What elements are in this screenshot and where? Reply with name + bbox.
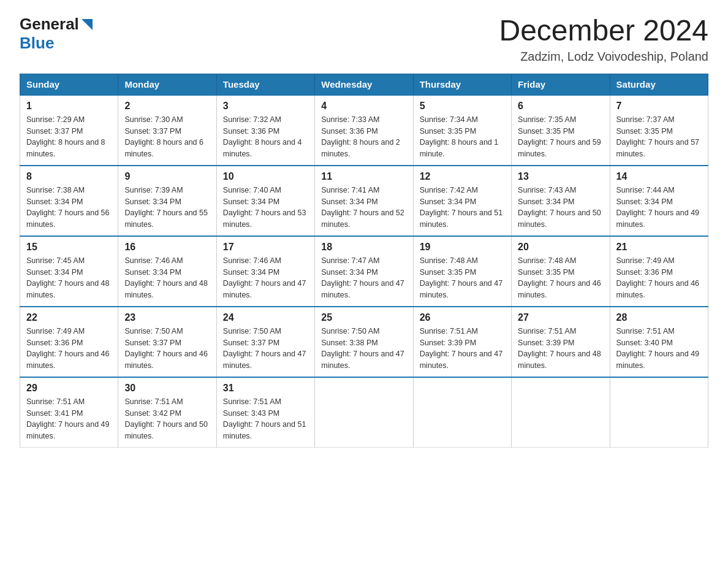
day-cell: 29Sunrise: 7:51 AMSunset: 3:41 PMDayligh… <box>20 377 118 448</box>
day-cell: 9Sunrise: 7:39 AMSunset: 3:34 PMDaylight… <box>118 166 216 236</box>
day-info: Sunrise: 7:37 AMSunset: 3:35 PMDaylight:… <box>616 114 702 160</box>
header-row: SundayMondayTuesdayWednesdayThursdayFrid… <box>20 74 708 95</box>
day-info: Sunrise: 7:51 AMSunset: 3:39 PMDaylight:… <box>420 326 505 372</box>
day-number: 16 <box>124 242 210 253</box>
day-info: Sunrise: 7:33 AMSunset: 3:36 PMDaylight:… <box>321 114 406 160</box>
day-number: 4 <box>321 101 406 112</box>
day-cell: 13Sunrise: 7:43 AMSunset: 3:34 PMDayligh… <box>512 166 610 236</box>
day-info: Sunrise: 7:39 AMSunset: 3:34 PMDaylight:… <box>124 185 210 231</box>
day-number: 29 <box>26 383 112 394</box>
month-title: December 2024 <box>499 15 708 47</box>
day-number: 26 <box>420 312 505 323</box>
day-cell <box>610 377 708 448</box>
day-info: Sunrise: 7:30 AMSunset: 3:37 PMDaylight:… <box>124 114 210 160</box>
day-number: 31 <box>223 383 308 394</box>
day-info: Sunrise: 7:50 AMSunset: 3:37 PMDaylight:… <box>124 326 210 372</box>
day-number: 19 <box>420 242 505 253</box>
day-info: Sunrise: 7:51 AMSunset: 3:41 PMDaylight:… <box>26 396 112 442</box>
day-cell: 22Sunrise: 7:49 AMSunset: 3:36 PMDayligh… <box>20 307 118 377</box>
week-row-1: 1Sunrise: 7:29 AMSunset: 3:37 PMDaylight… <box>20 95 708 166</box>
day-cell: 11Sunrise: 7:41 AMSunset: 3:34 PMDayligh… <box>315 166 413 236</box>
day-cell: 6Sunrise: 7:35 AMSunset: 3:35 PMDaylight… <box>512 95 610 166</box>
day-info: Sunrise: 7:50 AMSunset: 3:37 PMDaylight:… <box>223 326 308 372</box>
day-number: 17 <box>223 242 308 253</box>
day-cell <box>512 377 610 448</box>
logo: General Blue <box>20 15 94 53</box>
week-row-2: 8Sunrise: 7:38 AMSunset: 3:34 PMDaylight… <box>20 166 708 236</box>
day-info: Sunrise: 7:51 AMSunset: 3:43 PMDaylight:… <box>223 396 308 442</box>
day-number: 12 <box>420 171 505 182</box>
day-number: 18 <box>321 242 406 253</box>
day-number: 20 <box>518 242 603 253</box>
day-info: Sunrise: 7:41 AMSunset: 3:34 PMDaylight:… <box>321 185 406 231</box>
day-info: Sunrise: 7:43 AMSunset: 3:34 PMDaylight:… <box>518 185 603 231</box>
day-info: Sunrise: 7:51 AMSunset: 3:42 PMDaylight:… <box>124 396 210 442</box>
logo-text-blue: Blue <box>20 34 54 52</box>
calendar-body: 1Sunrise: 7:29 AMSunset: 3:37 PMDaylight… <box>20 95 708 448</box>
day-cell: 27Sunrise: 7:51 AMSunset: 3:39 PMDayligh… <box>512 307 610 377</box>
day-number: 21 <box>616 242 702 253</box>
day-cell: 5Sunrise: 7:34 AMSunset: 3:35 PMDaylight… <box>413 95 511 166</box>
header-cell-monday: Monday <box>118 74 216 95</box>
day-info: Sunrise: 7:45 AMSunset: 3:34 PMDaylight:… <box>26 255 112 301</box>
day-cell: 31Sunrise: 7:51 AMSunset: 3:43 PMDayligh… <box>216 377 314 448</box>
day-cell: 1Sunrise: 7:29 AMSunset: 3:37 PMDaylight… <box>20 95 118 166</box>
day-cell: 14Sunrise: 7:44 AMSunset: 3:34 PMDayligh… <box>610 166 708 236</box>
day-cell: 12Sunrise: 7:42 AMSunset: 3:34 PMDayligh… <box>413 166 511 236</box>
day-cell <box>413 377 511 448</box>
day-cell: 24Sunrise: 7:50 AMSunset: 3:37 PMDayligh… <box>216 307 314 377</box>
day-info: Sunrise: 7:46 AMSunset: 3:34 PMDaylight:… <box>124 255 210 301</box>
day-number: 2 <box>124 101 210 112</box>
day-cell: 23Sunrise: 7:50 AMSunset: 3:37 PMDayligh… <box>118 307 216 377</box>
day-info: Sunrise: 7:29 AMSunset: 3:37 PMDaylight:… <box>26 114 112 160</box>
day-number: 13 <box>518 171 603 182</box>
header-cell-thursday: Thursday <box>413 74 511 95</box>
day-number: 30 <box>124 383 210 394</box>
day-number: 7 <box>616 101 702 112</box>
day-number: 1 <box>26 101 112 112</box>
day-number: 23 <box>124 312 210 323</box>
day-number: 5 <box>420 101 505 112</box>
day-cell: 18Sunrise: 7:47 AMSunset: 3:34 PMDayligh… <box>315 236 413 307</box>
day-info: Sunrise: 7:51 AMSunset: 3:39 PMDaylight:… <box>518 326 603 372</box>
day-info: Sunrise: 7:47 AMSunset: 3:34 PMDaylight:… <box>321 255 406 301</box>
page-header: General Blue December 2024 Zadzim, Lodz … <box>20 15 708 64</box>
day-info: Sunrise: 7:32 AMSunset: 3:36 PMDaylight:… <box>223 114 308 160</box>
day-info: Sunrise: 7:49 AMSunset: 3:36 PMDaylight:… <box>616 255 702 301</box>
day-cell: 10Sunrise: 7:40 AMSunset: 3:34 PMDayligh… <box>216 166 314 236</box>
day-cell: 30Sunrise: 7:51 AMSunset: 3:42 PMDayligh… <box>118 377 216 448</box>
day-cell: 15Sunrise: 7:45 AMSunset: 3:34 PMDayligh… <box>20 236 118 307</box>
day-info: Sunrise: 7:34 AMSunset: 3:35 PMDaylight:… <box>420 114 505 160</box>
day-number: 11 <box>321 171 406 182</box>
day-number: 14 <box>616 171 702 182</box>
day-number: 9 <box>124 171 210 182</box>
day-number: 25 <box>321 312 406 323</box>
day-number: 27 <box>518 312 603 323</box>
day-cell: 25Sunrise: 7:50 AMSunset: 3:38 PMDayligh… <box>315 307 413 377</box>
day-info: Sunrise: 7:48 AMSunset: 3:35 PMDaylight:… <box>518 255 603 301</box>
day-info: Sunrise: 7:48 AMSunset: 3:35 PMDaylight:… <box>420 255 505 301</box>
day-number: 3 <box>223 101 308 112</box>
day-cell <box>315 377 413 448</box>
calendar-table: SundayMondayTuesdayWednesdayThursdayFrid… <box>20 74 708 448</box>
day-cell: 2Sunrise: 7:30 AMSunset: 3:37 PMDaylight… <box>118 95 216 166</box>
day-info: Sunrise: 7:40 AMSunset: 3:34 PMDaylight:… <box>223 185 308 231</box>
day-cell: 4Sunrise: 7:33 AMSunset: 3:36 PMDaylight… <box>315 95 413 166</box>
calendar-header: SundayMondayTuesdayWednesdayThursdayFrid… <box>20 74 708 95</box>
week-row-4: 22Sunrise: 7:49 AMSunset: 3:36 PMDayligh… <box>20 307 708 377</box>
day-number: 22 <box>26 312 112 323</box>
day-number: 28 <box>616 312 702 323</box>
header-cell-sunday: Sunday <box>20 74 118 95</box>
week-row-3: 15Sunrise: 7:45 AMSunset: 3:34 PMDayligh… <box>20 236 708 307</box>
header-cell-wednesday: Wednesday <box>315 74 413 95</box>
day-info: Sunrise: 7:44 AMSunset: 3:34 PMDaylight:… <box>616 185 702 231</box>
day-info: Sunrise: 7:46 AMSunset: 3:34 PMDaylight:… <box>223 255 308 301</box>
day-cell: 16Sunrise: 7:46 AMSunset: 3:34 PMDayligh… <box>118 236 216 307</box>
day-cell: 21Sunrise: 7:49 AMSunset: 3:36 PMDayligh… <box>610 236 708 307</box>
day-info: Sunrise: 7:42 AMSunset: 3:34 PMDaylight:… <box>420 185 505 231</box>
title-block: December 2024 Zadzim, Lodz Voivodeship, … <box>499 15 708 64</box>
day-number: 24 <box>223 312 308 323</box>
day-number: 6 <box>518 101 603 112</box>
day-number: 15 <box>26 242 112 253</box>
week-row-5: 29Sunrise: 7:51 AMSunset: 3:41 PMDayligh… <box>20 377 708 448</box>
